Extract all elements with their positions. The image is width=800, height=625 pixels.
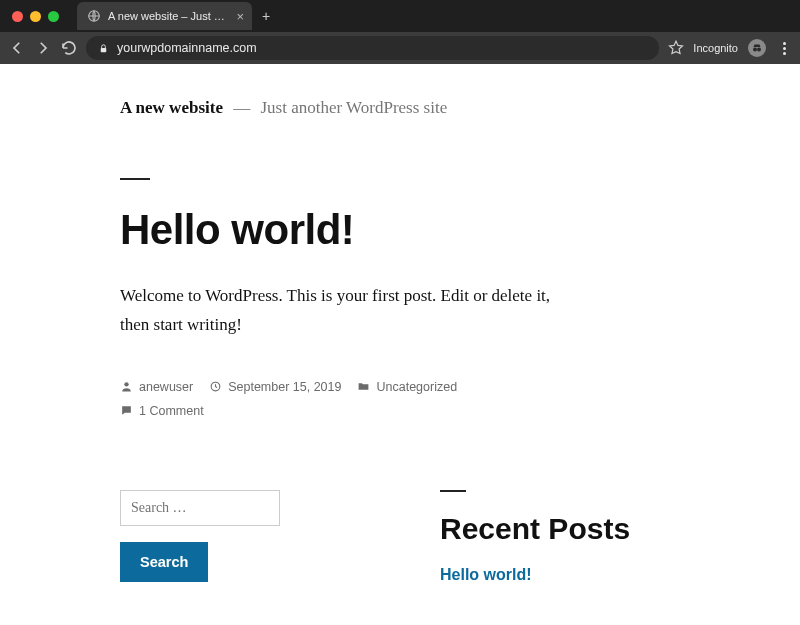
close-tab-icon[interactable]: × xyxy=(236,10,244,23)
site-title-link[interactable]: A new website xyxy=(120,98,223,117)
page-content: A new website — Just another WordPress s… xyxy=(0,64,800,625)
new-tab-button[interactable]: + xyxy=(262,8,270,24)
url-text: yourwpdomainname.com xyxy=(117,41,257,55)
clock-icon xyxy=(209,380,222,393)
folder-icon xyxy=(357,380,370,393)
browser-tab-strip: A new website – Just another WordPress s… xyxy=(0,0,800,32)
post-divider xyxy=(120,178,150,180)
title-separator: — xyxy=(227,98,256,117)
widget-divider xyxy=(440,490,466,492)
search-input[interactable] xyxy=(120,490,280,526)
post-content: Welcome to WordPress. This is your first… xyxy=(120,282,580,340)
svg-point-3 xyxy=(757,48,761,52)
browser-menu-button[interactable] xyxy=(776,42,792,55)
search-button[interactable]: Search xyxy=(120,542,208,582)
star-icon[interactable] xyxy=(667,39,685,57)
svg-rect-1 xyxy=(101,48,107,52)
forward-button[interactable] xyxy=(34,39,52,57)
minimize-window-button[interactable] xyxy=(30,11,41,22)
post-category-link[interactable]: Uncategorized xyxy=(376,380,457,394)
browser-tab[interactable]: A new website – Just another WordPress s… xyxy=(77,2,252,30)
post-date-link[interactable]: September 15, 2019 xyxy=(228,380,341,394)
svg-point-4 xyxy=(124,382,128,386)
back-button[interactable] xyxy=(8,39,26,57)
address-bar: yourwpdomainname.com Incognito xyxy=(0,32,800,64)
search-widget: Search xyxy=(120,490,280,584)
author-icon xyxy=(120,380,133,393)
maximize-window-button[interactable] xyxy=(48,11,59,22)
reload-button[interactable] xyxy=(60,39,78,57)
site-tagline: Just another WordPress site xyxy=(260,98,447,117)
tab-title: A new website – Just another WordPress s… xyxy=(108,10,229,22)
recent-posts-heading: Recent Posts xyxy=(440,512,630,546)
post-author-link[interactable]: anewuser xyxy=(139,380,193,394)
globe-icon xyxy=(87,9,101,23)
window-controls xyxy=(8,11,67,22)
close-window-button[interactable] xyxy=(12,11,23,22)
svg-point-2 xyxy=(753,48,757,52)
post: Hello world! Welcome to WordPress. This … xyxy=(120,178,800,418)
incognito-icon xyxy=(748,39,766,57)
comment-icon xyxy=(120,404,133,417)
url-input[interactable]: yourwpdomainname.com xyxy=(86,36,659,60)
post-comments-link[interactable]: 1 Comment xyxy=(139,404,204,418)
post-title-link[interactable]: Hello world! xyxy=(120,206,354,253)
post-meta: anewuser September 15, 2019 Uncategorize… xyxy=(120,380,680,418)
recent-post-link[interactable]: Hello world! xyxy=(440,566,532,583)
lock-icon xyxy=(98,43,109,54)
site-header: A new website — Just another WordPress s… xyxy=(120,98,800,118)
recent-posts-widget: Recent Posts Hello world! xyxy=(440,490,630,584)
incognito-label: Incognito xyxy=(693,42,738,54)
